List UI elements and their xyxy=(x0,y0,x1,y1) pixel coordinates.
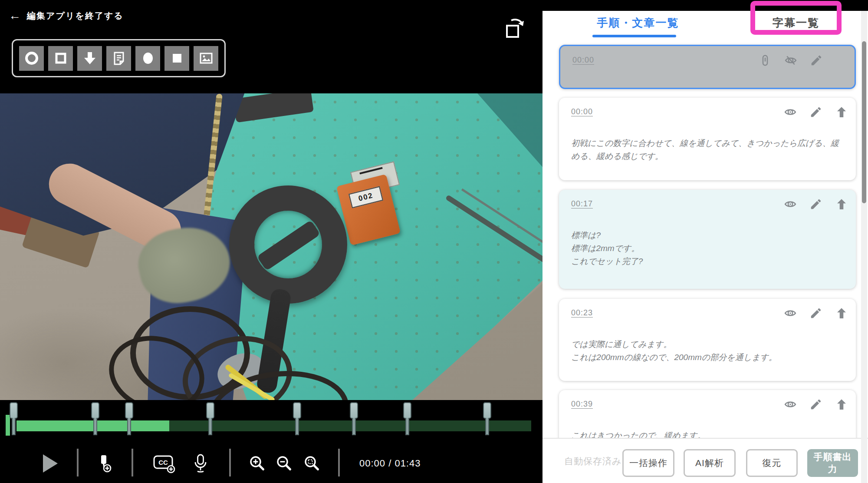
svg-text:CC: CC xyxy=(158,459,168,466)
ai-analysis-button[interactable]: AI解析 xyxy=(684,449,736,477)
arrow-tool-button[interactable] xyxy=(77,46,102,71)
restore-button[interactable]: 復元 xyxy=(746,449,798,477)
note-tool-button[interactable] xyxy=(106,46,131,71)
timestamp-link[interactable]: 00:39 xyxy=(571,400,593,409)
attach-icon[interactable] xyxy=(759,54,772,67)
card-actions xyxy=(784,307,848,320)
marker-handle[interactable] xyxy=(91,402,99,419)
marker-stem xyxy=(208,418,212,435)
marker-handle[interactable] xyxy=(483,402,491,419)
edit-icon[interactable] xyxy=(809,307,822,320)
timestamp-link[interactable]: 00:17 xyxy=(571,199,593,208)
marker-handle[interactable] xyxy=(206,402,214,419)
subtitle-card[interactable]: 00:00 初戦にこの数字に合わせて、線を通してみて、きつかったら広げる、緩める… xyxy=(559,98,856,180)
back-arrow-icon: ← xyxy=(9,10,21,22)
marker-stem xyxy=(352,418,356,435)
circle-tool-button[interactable] xyxy=(19,46,44,71)
timeline-marker[interactable] xyxy=(483,402,491,437)
annotation-toolbar xyxy=(12,39,226,77)
rotate-video-button[interactable] xyxy=(501,15,528,42)
card-actions xyxy=(784,106,848,119)
exit-app-button[interactable]: ← 編集アプリを終了する xyxy=(9,10,124,22)
note-icon xyxy=(111,50,127,66)
marker-stem xyxy=(295,418,299,435)
move-up-icon[interactable] xyxy=(835,198,848,211)
ellipse-filled-icon xyxy=(140,50,156,66)
move-up-icon[interactable] xyxy=(835,307,848,320)
square-filled-tool-button[interactable] xyxy=(164,46,189,71)
move-up-icon[interactable] xyxy=(835,398,848,411)
visibility-icon[interactable] xyxy=(784,398,797,411)
app-window: ← 編集アプリを終了する xyxy=(0,0,868,483)
timeline-marker[interactable] xyxy=(91,402,99,437)
timestamp-link[interactable]: 00:00 xyxy=(571,107,593,116)
panel-scrollbar-track[interactable] xyxy=(861,11,867,483)
visibility-icon[interactable] xyxy=(784,106,797,119)
marker-handle[interactable] xyxy=(403,402,411,419)
zoom-out-button[interactable] xyxy=(273,443,296,483)
panel-scrollbar-thumb[interactable] xyxy=(862,41,866,203)
visibility-off-icon[interactable] xyxy=(784,54,797,67)
zoom-out-icon xyxy=(275,454,293,473)
circle-outline-icon xyxy=(24,50,39,66)
subtitle-panel: 手順・文章一覧 字幕一覧 00:00 xyxy=(542,0,868,483)
marker-handle[interactable] xyxy=(125,402,133,419)
export-manual-button[interactable]: 手順書出力 xyxy=(807,449,858,477)
card-actions xyxy=(784,398,848,411)
marker-handle[interactable] xyxy=(10,402,18,419)
visibility-icon[interactable] xyxy=(784,198,797,211)
marker-stem xyxy=(93,418,97,435)
time-display: 00:00 / 01:43 xyxy=(359,443,421,483)
rotate-icon xyxy=(501,15,528,42)
marker-handle[interactable] xyxy=(350,402,358,419)
play-icon xyxy=(43,454,58,473)
rect-tool-button[interactable] xyxy=(48,46,73,71)
edit-icon[interactable] xyxy=(810,54,823,67)
timeline-marker[interactable] xyxy=(206,402,214,437)
marker-handle[interactable] xyxy=(293,402,301,419)
controls-divider xyxy=(132,449,133,476)
video-preview[interactable]: 002 xyxy=(0,93,542,400)
zoom-in-icon xyxy=(248,454,266,473)
marker-stem xyxy=(127,418,131,435)
timeline-marker[interactable] xyxy=(125,402,133,437)
annotation-highlight-box xyxy=(750,1,842,35)
timeline-marker[interactable] xyxy=(10,402,18,437)
visibility-icon[interactable] xyxy=(784,307,797,320)
arrow-down-icon xyxy=(82,50,98,66)
edit-icon[interactable] xyxy=(809,106,822,119)
timestamp-link[interactable]: 00:00 xyxy=(572,56,594,65)
card-text: では実際に通してみます。 これは200mmの線なので、200mmの部分を通します… xyxy=(571,338,843,364)
zoom-fit-button[interactable] xyxy=(301,443,323,483)
timeline-marker[interactable] xyxy=(403,402,411,437)
ellipse-tool-button[interactable] xyxy=(135,46,160,71)
card-text: 初戦にこの数字に合わせて、線を通してみて、きつかったら広げる、緩める、緩める感じ… xyxy=(571,137,843,163)
timestamp-link[interactable]: 00:23 xyxy=(571,308,593,318)
subtitle-card-selected[interactable]: 00:00 xyxy=(559,45,856,89)
subtitle-card[interactable]: 00:17 標準は? 標準は2mmです。 これでセット完了? xyxy=(559,190,856,289)
microphone-icon xyxy=(192,453,209,473)
timeline-marker[interactable] xyxy=(293,402,301,437)
controls-divider xyxy=(338,449,340,476)
square-outline-icon xyxy=(53,50,69,66)
zoom-in-button[interactable] xyxy=(246,443,269,483)
image-tool-button[interactable] xyxy=(194,46,218,71)
play-button[interactable] xyxy=(37,443,63,483)
add-marker-icon xyxy=(95,454,113,473)
cc-plus-icon: CC xyxy=(153,453,177,474)
square-filled-icon xyxy=(169,50,185,66)
timeline-marker[interactable] xyxy=(350,402,358,437)
edit-icon[interactable] xyxy=(809,198,822,211)
card-actions xyxy=(759,54,823,67)
marker-stem xyxy=(485,418,489,435)
tab-steps-text-list[interactable]: 手順・文章一覧 xyxy=(569,16,707,30)
edit-icon[interactable] xyxy=(809,398,822,411)
timeline[interactable] xyxy=(0,400,542,443)
subtitle-card[interactable]: 00:23 では実際に通してみます。 これは200mmの線なので、200mmの部… xyxy=(559,299,856,381)
bulk-actions-button[interactable]: 一括操作 xyxy=(622,449,674,477)
add-subtitle-button[interactable]: CC xyxy=(152,443,178,483)
add-marker-button[interactable] xyxy=(93,443,115,483)
image-icon xyxy=(198,50,214,66)
record-voice-button[interactable] xyxy=(189,443,212,483)
move-up-icon[interactable] xyxy=(835,106,848,119)
